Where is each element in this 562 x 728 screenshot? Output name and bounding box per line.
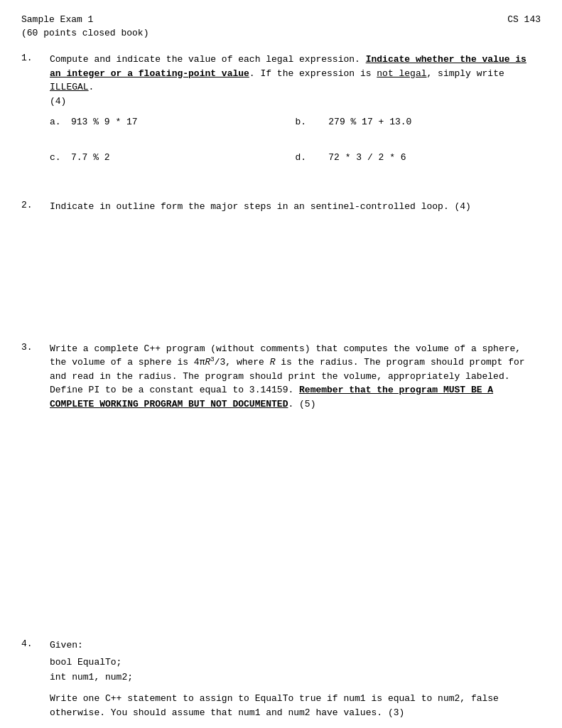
- q4-code-line-2: int num1, num2;: [50, 670, 541, 685]
- q1-value-c: 7.7 % 2: [71, 151, 110, 165]
- question-4: 4. Given: bool EqualTo; int num1, num2; …: [21, 638, 541, 719]
- question-2: 2. Indicate in outline form the major st…: [21, 200, 541, 328]
- title-left: Sample Exam 1: [21, 14, 93, 25]
- question-1-content: Compute and indicate the value of each l…: [50, 53, 541, 186]
- question-3: 3. Write a complete C++ program (without…: [21, 342, 541, 625]
- q1-value-a: 913 % 9 * 17: [71, 115, 138, 129]
- question-2-content: Indicate in outline form the major steps…: [50, 200, 541, 328]
- q1-text-normal-2: . If the expression is: [249, 68, 377, 79]
- q1-label-c: c.: [50, 151, 71, 165]
- q1-text-normal-3: , simply write: [427, 68, 504, 79]
- question-1-number: 1.: [21, 53, 50, 186]
- q1-value-b: 279 % 17 + 13.0: [328, 115, 411, 129]
- q1-answer-b: b. 279 % 17 + 13.0: [296, 115, 541, 129]
- q1-text-underline-1: not legal: [377, 68, 426, 79]
- q1-text-normal-4: .: [89, 82, 94, 92]
- q1-answer-d: d. 72 * 3 / 2 * 6: [296, 151, 541, 165]
- page: Sample Exam 1 CS 143 (60 points closed b…: [21, 14, 541, 719]
- q1-answer-a: a. 913 % 9 * 17: [50, 115, 296, 129]
- q1-answer-c: c. 7.7 % 2: [50, 151, 296, 165]
- header: Sample Exam 1 CS 143: [21, 14, 541, 25]
- q4-given-label: Given:: [50, 640, 83, 651]
- q2-text: Indicate in outline form the major steps…: [50, 201, 471, 212]
- q1-answers-right: b. 279 % 17 + 13.0 d. 72 * 3 / 2 * 6: [296, 115, 541, 186]
- q3-answer-space: [50, 411, 541, 624]
- q3-text-italic: , where R is the radius.: [225, 357, 364, 368]
- q1-answers-grid: a. 913 % 9 * 17 c. 7.7 % 2 b. 279 % 17 +…: [50, 115, 541, 186]
- q4-code-line-1: bool EqualTo;: [50, 655, 541, 670]
- q1-label-a: a.: [50, 115, 71, 129]
- question-3-number: 3.: [21, 342, 50, 625]
- q1-label-d: d.: [296, 151, 329, 165]
- q1-answers-left: a. 913 % 9 * 17 c. 7.7 % 2: [50, 115, 296, 186]
- q4-instruction: Write one C++ statement to assign to Equ…: [50, 692, 541, 719]
- q1-points: (4): [50, 96, 66, 107]
- question-3-content: Write a complete C++ program (without co…: [50, 342, 541, 625]
- q1-value-d: 72 * 3 / 2 * 6: [328, 151, 406, 165]
- question-4-content: Given: bool EqualTo; int num1, num2; Wri…: [50, 638, 541, 719]
- question-1: 1. Compute and indicate the value of eac…: [21, 53, 541, 186]
- q1-label-b: b.: [296, 115, 329, 129]
- q3-text-end: . (5): [288, 399, 315, 410]
- question-2-number: 2.: [21, 200, 50, 328]
- q1-text-underline-2: ILLEGAL: [50, 82, 89, 92]
- q2-answer-space: [50, 214, 541, 328]
- q3-formula: 4πR3/3: [194, 357, 225, 368]
- q4-code-block: bool EqualTo; int num1, num2;: [50, 655, 541, 685]
- title-right: CS 143: [507, 14, 541, 25]
- question-4-number: 4.: [21, 638, 50, 719]
- q1-text-normal-1: Compute and indicate the value of each l…: [50, 54, 366, 65]
- subtitle: (60 points closed book): [21, 28, 541, 38]
